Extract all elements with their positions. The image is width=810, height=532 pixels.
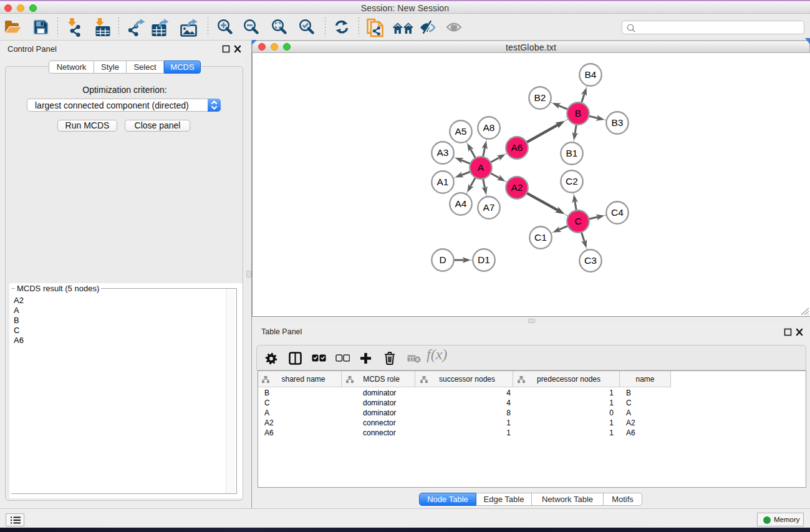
svg-text:C2: C2 — [566, 176, 578, 186]
svg-text:A4: A4 — [455, 198, 467, 209]
svg-text:A8: A8 — [483, 122, 495, 133]
svg-text:B3: B3 — [612, 117, 624, 128]
svg-text:B4: B4 — [585, 69, 597, 80]
svg-text:A1: A1 — [437, 177, 449, 187]
svg-text:A6: A6 — [511, 142, 523, 153]
svg-text:A3: A3 — [437, 147, 449, 158]
svg-text:A2: A2 — [511, 182, 523, 193]
svg-text:A7: A7 — [483, 202, 495, 213]
svg-text:A: A — [478, 162, 485, 173]
svg-text:B1: B1 — [566, 148, 578, 158]
svg-text:D: D — [439, 254, 446, 265]
svg-text:C: C — [574, 216, 581, 226]
svg-text:B: B — [575, 108, 581, 118]
svg-text:C4: C4 — [611, 207, 624, 218]
svg-text:B2: B2 — [534, 92, 546, 103]
svg-text:C1: C1 — [534, 232, 547, 243]
svg-text:A5: A5 — [455, 126, 467, 137]
svg-text:C3: C3 — [584, 255, 597, 266]
svg-text:D1: D1 — [478, 254, 490, 265]
